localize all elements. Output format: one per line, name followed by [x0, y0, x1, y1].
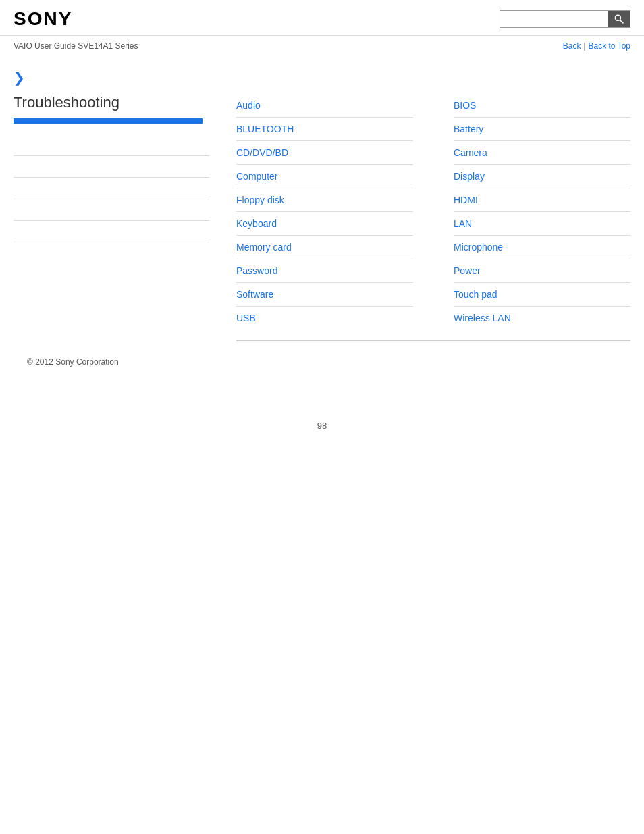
- topic-power[interactable]: Power: [454, 259, 630, 283]
- sidebar-link-1[interactable]: [14, 134, 209, 156]
- sub-header: VAIO User Guide SVE14A1 Series Back | Ba…: [0, 36, 644, 56]
- sidebar-link-4[interactable]: [14, 199, 209, 221]
- sidebar-highlight: [14, 118, 203, 124]
- search-icon: [614, 14, 624, 24]
- nav-links: Back | Back to Top: [563, 41, 630, 51]
- topic-camera[interactable]: Camera: [454, 141, 630, 165]
- guide-title: VAIO User Guide SVE14A1 Series: [14, 41, 138, 51]
- footer: © 2012 Sony Corporation: [14, 341, 630, 380]
- search-box: [500, 10, 630, 28]
- back-link[interactable]: Back: [563, 41, 581, 51]
- topic-wireless-lan[interactable]: Wireless LAN: [454, 307, 630, 330]
- topic-cddvdbd[interactable]: CD/DVD/BD: [236, 141, 413, 165]
- sidebar: Troubleshooting: [14, 94, 223, 341]
- nav-separator: |: [583, 41, 585, 51]
- links-grid: Audio BLUETOOTH CD/DVD/BD Computer Flopp…: [236, 94, 630, 341]
- topic-audio[interactable]: Audio: [236, 94, 413, 118]
- topic-memory-card[interactable]: Memory card: [236, 236, 413, 259]
- back-to-top-link[interactable]: Back to Top: [589, 41, 630, 51]
- sony-logo: SONY: [14, 8, 72, 30]
- topic-floppy-disk[interactable]: Floppy disk: [236, 188, 413, 212]
- topic-bluetooth[interactable]: BLUETOOTH: [236, 118, 413, 141]
- content-layout: Troubleshooting Audio BLUETOOTH CD/DVD/B…: [14, 94, 630, 341]
- main-content: ❯ Troubleshooting Audio BLUETOOTH CD/DVD…: [0, 56, 644, 394]
- right-column: BIOS Battery Camera Display HDMI LAN Mic…: [454, 94, 630, 330]
- topic-microphone[interactable]: Microphone: [454, 236, 630, 259]
- topic-touch-pad[interactable]: Touch pad: [454, 283, 630, 307]
- topic-keyboard[interactable]: Keyboard: [236, 212, 413, 236]
- sidebar-link-5[interactable]: [14, 221, 209, 242]
- sidebar-link-3[interactable]: [14, 178, 209, 199]
- topic-computer[interactable]: Computer: [236, 165, 413, 188]
- topic-software[interactable]: Software: [236, 283, 413, 307]
- left-column: Audio BLUETOOTH CD/DVD/BD Computer Flopp…: [236, 94, 413, 330]
- links-section: Audio BLUETOOTH CD/DVD/BD Computer Flopp…: [223, 94, 630, 341]
- svg-line-1: [620, 20, 624, 24]
- search-button[interactable]: [608, 11, 630, 27]
- topic-bios[interactable]: BIOS: [454, 94, 630, 118]
- topic-lan[interactable]: LAN: [454, 212, 630, 236]
- topic-hdmi[interactable]: HDMI: [454, 188, 630, 212]
- header: SONY: [0, 0, 644, 36]
- sidebar-title: Troubleshooting: [14, 94, 209, 111]
- topic-usb[interactable]: USB: [236, 307, 413, 330]
- copyright: © 2012 Sony Corporation: [27, 357, 119, 367]
- topic-display[interactable]: Display: [454, 165, 630, 188]
- page-number: 98: [0, 421, 644, 431]
- sidebar-link-2[interactable]: [14, 156, 209, 178]
- search-input[interactable]: [500, 11, 608, 27]
- svg-point-0: [615, 15, 620, 20]
- topic-battery[interactable]: Battery: [454, 118, 630, 141]
- arrow-icon: ❯: [14, 70, 630, 86]
- topic-password[interactable]: Password: [236, 259, 413, 283]
